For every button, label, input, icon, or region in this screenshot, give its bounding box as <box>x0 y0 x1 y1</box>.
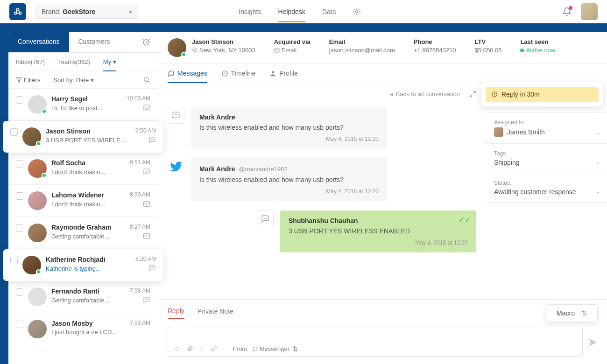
conversation-item[interactable]: Jason Mosby7:53 AMI just bought a ne LCD… <box>8 313 158 345</box>
conversation-item[interactable]: Jason Stinson9:55 AM3 USB PORT YES WIREL… <box>3 121 163 153</box>
svg-point-7 <box>147 107 147 107</box>
filters-button[interactable]: Filters <box>16 77 40 84</box>
contact-name: Rolf Socha <box>51 159 85 167</box>
conversation-item[interactable]: Katherine Rochjadi8:20 AMKatherine is ty… <box>3 249 163 281</box>
nav-data[interactable]: Data <box>322 1 336 22</box>
format-icon[interactable]: T <box>200 345 204 352</box>
notifications-button[interactable] <box>562 7 572 16</box>
message-time: May 4, 2018 at 12:20 <box>199 188 379 195</box>
expand-icon[interactable] <box>469 91 476 98</box>
svg-point-8 <box>148 107 148 107</box>
brand-name: GeekStore <box>63 8 95 15</box>
svg-point-29 <box>177 114 177 115</box>
compose-tabs: Reply Private Note Macro⇅ <box>168 300 598 327</box>
brand-selector[interactable]: Brand: GeekStore ▾ <box>35 5 138 19</box>
lastseen-value: Active now <box>520 47 555 54</box>
tab-messages[interactable]: Messages <box>168 64 207 83</box>
main-nav: Insights Helpdesk Data <box>239 1 361 22</box>
tab-profile[interactable]: Profile <box>269 64 298 83</box>
checkbox[interactable] <box>16 288 23 296</box>
tab-private-note[interactable]: Private Note <box>198 308 233 319</box>
subtab-teams[interactable]: Teams(362) <box>58 53 90 71</box>
svg-point-32 <box>266 218 267 218</box>
svg-point-19 <box>153 267 154 268</box>
message-preview: Getting comfortable... <box>51 297 109 304</box>
app-logo[interactable] <box>9 3 26 20</box>
subtab-inbox[interactable]: Inbox(767) <box>16 53 45 71</box>
checkbox[interactable] <box>16 160 23 168</box>
phone-label: Phone <box>414 38 456 45</box>
attach-icon[interactable] <box>187 345 193 352</box>
channel-icon <box>148 136 156 144</box>
message-item: Mark Andre Is this wireless enabled and … <box>168 107 476 149</box>
chevron-down-icon: ▾ <box>129 8 132 15</box>
reply-alert: Reply in 30m <box>481 82 603 106</box>
user-avatar[interactable] <box>581 3 598 20</box>
svg-point-5 <box>144 77 148 82</box>
checkbox[interactable] <box>10 128 18 136</box>
topbar: Brand: GeekStore ▾ Insights Helpdesk Dat… <box>0 0 607 23</box>
sort-icon: ⇅ <box>581 309 587 317</box>
time-label: 8:20 AM <box>135 256 156 263</box>
nav-insights[interactable]: Insights <box>239 1 261 22</box>
acquired-label: Acquired via <box>274 38 311 45</box>
conversation-item[interactable]: Lahoma Widener8:30 AMI don't think makin… <box>8 185 158 217</box>
checkbox[interactable] <box>16 192 23 200</box>
checkbox[interactable] <box>16 96 23 104</box>
filter-icon <box>16 77 22 83</box>
checkbox[interactable] <box>16 321 23 328</box>
reminders-icon[interactable] <box>134 32 158 52</box>
svg-point-9 <box>151 139 152 140</box>
from-selector[interactable]: From: Messenger ⇅ <box>233 345 298 352</box>
time-label: 7:58 AM <box>130 287 150 295</box>
chevron-down-icon: ⌄ <box>596 129 600 136</box>
tab-timeline[interactable]: Timeline <box>221 64 255 83</box>
svg-point-3 <box>356 10 358 13</box>
contact-name: Raymonde Graham <box>51 224 111 231</box>
link-icon[interactable] <box>211 345 217 352</box>
svg-point-11 <box>153 139 154 140</box>
svg-point-20 <box>146 299 146 300</box>
subtab-my[interactable]: My ▾ <box>103 53 116 71</box>
brand-prefix: Brand: <box>42 8 61 15</box>
message-input[interactable]: ☺ T From: Messenger ⇅ <box>168 327 583 357</box>
tab-conversations[interactable]: Conversations <box>8 32 69 52</box>
gear-icon[interactable] <box>353 7 361 16</box>
conversation-item[interactable]: Rolf Socha9:51 AMI don't think makin... <box>8 153 158 185</box>
contact-name: Harry Segel <box>51 95 88 103</box>
notification-dot-icon <box>569 6 572 10</box>
tab-customers[interactable]: Customers <box>69 32 120 52</box>
status-section[interactable]: Status: Awaiting customer response ⌄ <box>486 173 607 203</box>
conversation-item[interactable]: Harry Segel10:00 AMHi, I'd like to post.… <box>8 89 158 121</box>
twitter-icon <box>168 158 184 175</box>
conversation-item[interactable]: Raymonde Graham8:27 AMGetting comfortabl… <box>8 217 158 249</box>
nav-helpdesk[interactable]: Helpdesk <box>278 1 305 22</box>
conversation-subtabs: Inbox(767) Teams(362) My ▾ <box>8 53 158 71</box>
right-panel: Reply in 30m Assigned to: James Smith ⌄ … <box>486 83 607 299</box>
message-bubble: Mark Andre@markandre1982 Is this wireles… <box>191 158 387 201</box>
message-preview: Katherine is typing... <box>46 265 101 272</box>
tab-reply[interactable]: Reply <box>168 307 184 319</box>
assigned-section[interactable]: Assigned to: James Smith ⌄ <box>486 112 607 144</box>
conversation-item[interactable]: Fernando Ranti7:58 AMGetting comfortable… <box>8 281 158 313</box>
main-area: Conversations Customers Inbox(767) Teams… <box>0 23 607 364</box>
sort-button[interactable]: Sort by: Date ▾ <box>53 77 94 84</box>
time-label: 8:27 AM <box>130 224 150 231</box>
lastseen-label: Last seen <box>520 38 555 45</box>
message-area: ◂ Back to all conversation Mark Andre Is… <box>158 83 607 299</box>
search-icon[interactable] <box>143 76 150 84</box>
checkbox[interactable] <box>16 224 23 232</box>
tags-section[interactable]: Tags Shipping ⌄ <box>486 144 607 173</box>
svg-point-18 <box>152 267 153 268</box>
svg-point-31 <box>265 218 266 218</box>
conversation-detail: Jason Stinson New York, NY 10003 Acquire… <box>158 32 607 364</box>
send-button[interactable]: ➤ <box>587 335 598 350</box>
checkbox[interactable] <box>10 257 18 264</box>
svg-point-26 <box>272 71 274 73</box>
macro-button[interactable]: Macro⇅ <box>546 304 598 322</box>
emoji-icon[interactable]: ☺ <box>174 345 180 352</box>
back-link[interactable]: ◂ Back to all conversation <box>390 91 460 98</box>
contact-name: Jason Mosby <box>51 320 93 327</box>
avatar <box>28 95 47 114</box>
message-preview: I just bought a ne LCD... <box>51 329 117 336</box>
